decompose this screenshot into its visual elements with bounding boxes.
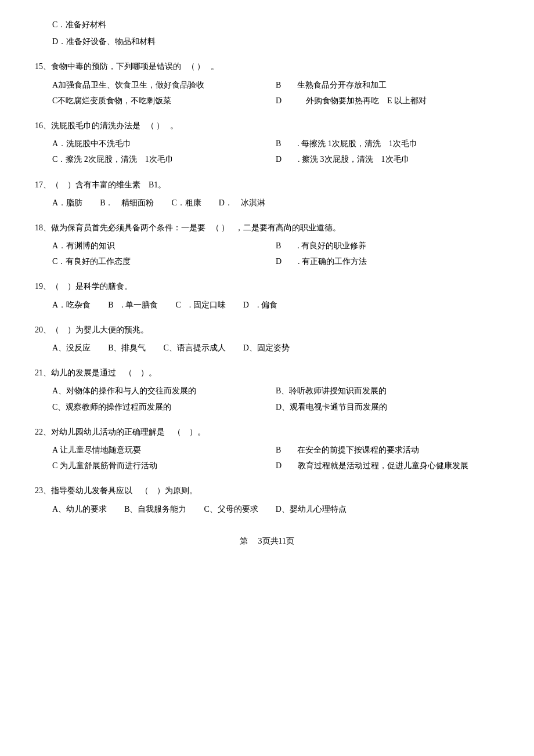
q23-opt-d: D、婴幼儿心理特点: [276, 502, 347, 516]
q18-opt-c: C．有良好的工作态度: [52, 254, 258, 269]
q19-prefix: 19、（ ）是科学的膳食。: [35, 282, 132, 291]
q15-options: A加强食品卫生、饮食卫生，做好食品验收 B 生熟食品分开存放和加工 C不吃腐烂变…: [52, 78, 499, 108]
q19-opt-c: C . 固定口味: [175, 298, 225, 312]
q18-suffix: ，二是要有高尚的职业道德。: [235, 223, 341, 232]
q18-opt-d: D . 有正确的工作方法: [276, 254, 482, 269]
q22-opt-a: A 让儿童尽情地随意玩耍: [52, 443, 258, 457]
question-16-title: 16、洗屁股毛巾的清洗办法是 （ ） 。: [35, 118, 499, 133]
q20-options: A、没反应 B、排臭气 C、语言提示成人 D、固定姿势: [52, 341, 499, 355]
q21-opt-a: A、对物体的操作和与人的交往而发展的: [52, 384, 258, 398]
q23-options: A、幼儿的要求 B、自我服务能力 C、父母的要求 D、婴幼儿心理特点: [52, 502, 499, 516]
q20-opt-b: B、排臭气: [108, 341, 146, 355]
question-22-title: 22、对幼儿园幼儿活动的正确理解是 （ ）。: [35, 425, 499, 439]
q18-options: A．有渊博的知识 B . 有良好的职业修养 C．有良好的工作态度 D . 有正确…: [52, 238, 499, 269]
question-23-title: 23、指导婴幼儿发餐具应以 （ ）为原则。: [35, 483, 499, 498]
question-14-c: C．准备好材料 D．准备好设备、物品和材料: [35, 17, 499, 49]
page-label: 第: [240, 537, 248, 545]
question-15-title: 15、食物中毒的预防，下列哪项是错误的 （ ） 。: [35, 59, 499, 74]
q17-prefix: 17、（ ）含有丰富的维生素 B1。: [35, 180, 166, 189]
q21-opt-d: D、观看电视卡通节目而发展的: [276, 400, 482, 414]
q17-opt-c: C．粗康: [171, 196, 201, 210]
question-20-title: 20、（ ）为婴儿大便的预兆。: [35, 323, 499, 337]
q16-opt-c: C．擦洗 2次屁股，清洗 1次毛巾: [52, 152, 258, 167]
q15-opt-b: B 生熟食品分开存放和加工: [276, 78, 482, 92]
q16-options: A．洗屁股中不洗毛巾 B . 每擦洗 1次屁股，清洗 1次毛巾 C．擦洗 2次屁…: [52, 136, 499, 167]
q19-options: A．吃杂食 B . 单一膳食 C . 固定口味 D . 偏食: [52, 298, 499, 312]
question-18: 18、做为保育员首先必须具备两个条件：一是要 （ ） ，二是要有高尚的职业道德。…: [35, 220, 499, 269]
q21-prefix: 21、幼儿的发展是通过 （ ）。: [35, 368, 157, 377]
question-20: 20、（ ）为婴儿大便的预兆。 A、没反应 B、排臭气 C、语言提示成人 D、固…: [35, 323, 499, 355]
q19-opt-d: D . 偏食: [243, 298, 277, 312]
q15-paren: （ ）: [187, 62, 205, 71]
question-15: 15、食物中毒的预防，下列哪项是错误的 （ ） 。 A加强食品卫生、饮食卫生，做…: [35, 59, 499, 108]
q23-prefix: 23、指导婴幼儿发餐具应以 （ ）为原则。: [35, 486, 197, 495]
q18-opt-a: A．有渊博的知识: [52, 238, 258, 253]
q22-opt-d: D 教育过程就是活动过程，促进儿童身心健康发展: [276, 458, 482, 473]
q15-suffix: 。: [211, 62, 219, 71]
q19-opt-a: A．吃杂食: [52, 298, 91, 312]
q18-paren: （ ）: [211, 223, 230, 232]
question-16: 16、洗屁股毛巾的清洗办法是 （ ） 。 A．洗屁股中不洗毛巾 B . 每擦洗 …: [35, 118, 499, 167]
q15-opt-a: A加强食品卫生、饮食卫生，做好食品验收: [52, 78, 258, 92]
q17-options: A．脂肪 B． 精细面粉 C．粗康 D． 冰淇淋: [52, 196, 499, 210]
question-23: 23、指导婴幼儿发餐具应以 （ ）为原则。 A、幼儿的要求 B、自我服务能力 C…: [35, 483, 499, 516]
page-number: 3页共11页: [258, 537, 294, 545]
option-14-d: D．准备好设备、物品和材料: [52, 34, 156, 49]
q19-opt-b: B . 单一膳食: [108, 298, 158, 312]
q17-opt-d: D． 冰淇淋: [219, 196, 265, 210]
q20-prefix: 20、（ ）为婴儿大便的预兆。: [35, 325, 149, 334]
q23-opt-a: A、幼儿的要求: [52, 502, 107, 516]
question-17-title: 17、（ ）含有丰富的维生素 B1。: [35, 178, 499, 192]
question-19: 19、（ ）是科学的膳食。 A．吃杂食 B . 单一膳食 C . 固定口味 D …: [35, 279, 499, 312]
question-19-title: 19、（ ）是科学的膳食。: [35, 279, 499, 294]
q18-prefix: 18、做为保育员首先必须具备两个条件：一是要: [35, 223, 205, 232]
q20-opt-a: A、没反应: [52, 341, 91, 355]
q17-opt-b: B． 精细面粉: [100, 196, 154, 210]
q20-opt-c: C、语言提示成人: [163, 341, 225, 355]
option-14-c: C．准备好材料: [52, 17, 106, 32]
q16-suffix: 。: [170, 121, 178, 130]
q22-options: A 让儿童尽情地随意玩耍 B 在安全的前提下按课程的要求活动 C 为儿童舒展筋骨…: [52, 443, 499, 473]
q16-opt-b: B . 每擦洗 1次屁股，清洗 1次毛巾: [276, 136, 482, 151]
q16-paren: （ ）: [146, 121, 165, 130]
q15-prefix: 15、食物中毒的预防，下列哪项是错误的: [35, 62, 181, 71]
q22-opt-c: C 为儿童舒展筋骨而进行活动: [52, 458, 258, 473]
q15-opt-c: C不吃腐烂变质食物，不吃剩饭菜: [52, 93, 258, 108]
question-17: 17、（ ）含有丰富的维生素 B1。 A．脂肪 B． 精细面粉 C．粗康 D． …: [35, 178, 499, 210]
q21-opt-c: C、观察教师的操作过程而发展的: [52, 400, 258, 414]
q22-prefix: 22、对幼儿园幼儿活动的正确理解是 （ ）。: [35, 428, 205, 436]
q20-opt-d: D、固定姿势: [243, 341, 290, 355]
q21-options: A、对物体的操作和与人的交往而发展的 B、聆听教师讲授知识而发展的 C、观察教师…: [52, 384, 499, 414]
page-footer: 第 3页共11页: [35, 534, 499, 548]
q21-opt-b: B、聆听教师讲授知识而发展的: [276, 384, 482, 398]
q22-opt-b: B 在安全的前提下按课程的要求活动: [276, 443, 482, 457]
q23-opt-c: C、父母的要求: [204, 502, 258, 516]
q17-opt-a: A．脂肪: [52, 196, 82, 210]
q15-opt-d: D 外购食物要加热再吃 E 以上都对: [276, 93, 482, 108]
q18-opt-b: B . 有良好的职业修养: [276, 238, 482, 253]
q23-opt-b: B、自我服务能力: [124, 502, 186, 516]
question-21: 21、幼儿的发展是通过 （ ）。 A、对物体的操作和与人的交往而发展的 B、聆听…: [35, 366, 499, 414]
question-21-title: 21、幼儿的发展是通过 （ ）。: [35, 366, 499, 380]
q16-opt-d: D . 擦洗 3次屁股，清洗 1次毛巾: [276, 152, 482, 167]
question-22: 22、对幼儿园幼儿活动的正确理解是 （ ）。 A 让儿童尽情地随意玩耍 B 在安…: [35, 425, 499, 473]
question-18-title: 18、做为保育员首先必须具备两个条件：一是要 （ ） ，二是要有高尚的职业道德。: [35, 220, 499, 235]
q16-prefix: 16、洗屁股毛巾的清洗办法是: [35, 121, 140, 130]
q16-opt-a: A．洗屁股中不洗毛巾: [52, 136, 258, 151]
